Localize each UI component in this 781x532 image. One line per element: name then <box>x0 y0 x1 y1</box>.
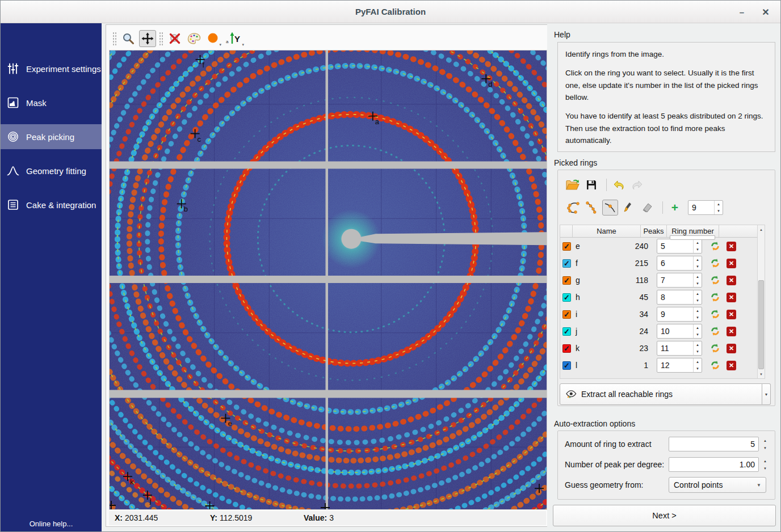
ring-number-spinbox[interactable]: 9▲▼ <box>657 307 702 322</box>
ring-number-spinbox[interactable]: 11▲▼ <box>657 341 702 356</box>
ring-refresh-icon[interactable] <box>710 241 720 251</box>
add-icon[interactable]: + <box>667 200 683 216</box>
spin-value: 10 <box>657 327 693 336</box>
online-help-link[interactable]: Online help... <box>1 520 102 528</box>
ring-visible-checkbox[interactable]: ✓ <box>562 242 571 251</box>
ring-refresh-icon[interactable] <box>710 343 720 353</box>
spin-down-icon[interactable]: ▼ <box>694 331 702 338</box>
new-ring-number-spinbox[interactable]: 9 ▲ ▼ <box>688 200 723 215</box>
ring-visible-checkbox[interactable]: ✓ <box>562 276 571 285</box>
column-header-name[interactable]: Name <box>573 225 641 237</box>
clear-zoom-icon[interactable] <box>166 30 183 47</box>
pan-icon[interactable] <box>139 30 156 47</box>
table-scrollbar[interactable]: ▲ ▼ <box>757 225 765 378</box>
spin-down-icon[interactable]: ▼ <box>694 280 702 287</box>
undo-icon[interactable] <box>611 177 627 193</box>
redo-icon[interactable] <box>629 177 645 193</box>
ring-number-spinbox[interactable]: 8▲▼ <box>657 290 702 305</box>
spin-down-icon[interactable]: ▼ <box>694 365 702 372</box>
diffraction-image-canvas[interactable]: abcdefhjk <box>109 50 547 510</box>
ring-refresh-icon[interactable] <box>710 309 720 319</box>
pick-arc-icon[interactable] <box>583 200 599 216</box>
spin-up-icon[interactable]: ▲ <box>694 324 702 331</box>
svg-text:f: f <box>203 61 205 69</box>
spin-down-icon[interactable]: ▼ <box>715 208 723 214</box>
spin-up-icon[interactable]: ▲ <box>694 273 702 280</box>
ring-number-spinbox[interactable]: 10▲▼ <box>657 324 702 339</box>
ring-delete-icon[interactable]: ✕ <box>727 310 736 319</box>
ring-visible-checkbox[interactable]: ✓ <box>562 259 571 268</box>
ring-visible-checkbox[interactable]: ✓ <box>562 361 571 370</box>
ring-number-spinbox[interactable]: 7▲▼ <box>657 273 702 288</box>
open-icon[interactable] <box>565 177 581 193</box>
minimize-button[interactable]: – <box>734 4 750 20</box>
save-icon[interactable] <box>583 177 599 193</box>
ring-visible-checkbox[interactable]: ✓ <box>562 293 571 302</box>
close-button[interactable]: ✕ <box>758 4 774 20</box>
ring-visible-checkbox[interactable]: ✓ <box>562 344 571 353</box>
ring-delete-icon[interactable]: ✕ <box>727 361 736 370</box>
sidebar-item-cake-integration[interactable]: Cake & integration <box>1 192 102 217</box>
y-axis-orientation-icon[interactable]: a Y ▾ <box>224 30 245 47</box>
ring-delete-icon[interactable]: ✕ <box>727 242 736 251</box>
spin-down-icon[interactable]: ▼ <box>694 297 702 304</box>
pick-ring-icon[interactable] <box>565 200 581 216</box>
sidebar-item-experiment-settings[interactable]: Experiment settings <box>1 56 102 81</box>
column-header-peaks[interactable]: Peaks <box>641 225 667 237</box>
spin-up-icon[interactable]: ▲ <box>694 341 702 348</box>
spin-up-icon[interactable]: ▲ <box>694 307 702 314</box>
ring-delete-icon[interactable]: ✕ <box>727 327 736 336</box>
spin-down-icon[interactable]: ▼ <box>694 246 702 253</box>
column-header-visibility[interactable] <box>560 225 573 237</box>
spin-up-icon[interactable]: ▲ <box>694 358 702 365</box>
ring-visible-checkbox[interactable]: ✓ <box>562 310 571 319</box>
spin-up-icon[interactable]: ▲ <box>761 457 769 465</box>
next-button[interactable]: Next > <box>553 505 776 526</box>
toolbar-grip[interactable] <box>112 32 117 45</box>
spin-up-icon[interactable]: ▲ <box>694 290 702 297</box>
status-y-label: Y: <box>210 513 217 522</box>
palette-icon[interactable] <box>186 30 203 47</box>
ring-refresh-icon[interactable] <box>710 326 720 336</box>
sidebar-item-geometry-fitting[interactable]: Geometry fitting <box>1 158 102 183</box>
scroll-up-icon[interactable]: ▲ <box>758 225 765 234</box>
spin-up-icon[interactable]: ▲ <box>694 256 702 263</box>
peaks-per-degree-spinbox[interactable]: 1.00 <box>669 457 759 472</box>
guess-geometry-combobox[interactable]: Control points ▼ <box>669 477 766 493</box>
rings-file-toolbar <box>565 177 648 193</box>
marker-color-icon[interactable]: ▾ <box>205 30 222 47</box>
scroll-down-icon[interactable]: ▼ <box>758 370 765 378</box>
spin-down-icon[interactable]: ▼ <box>761 444 769 451</box>
ring-delete-icon[interactable]: ✕ <box>727 344 736 353</box>
ring-number-spinbox[interactable]: 5▲▼ <box>657 239 702 254</box>
eraser-icon[interactable] <box>640 200 656 216</box>
ring-refresh-icon[interactable] <box>710 275 720 285</box>
zoom-icon[interactable] <box>120 30 137 47</box>
scrollbar-thumb[interactable] <box>758 280 764 369</box>
ring-number-spinbox[interactable]: 12▲▼ <box>657 358 702 373</box>
extract-rings-button[interactable]: Extract all reachable rings <box>560 383 762 405</box>
spin-up-icon[interactable]: ▲ <box>715 201 723 208</box>
brush-icon[interactable] <box>621 200 637 216</box>
ring-refresh-icon[interactable] <box>710 292 720 302</box>
sidebar-item-mask[interactable]: Mask <box>1 90 102 115</box>
ring-delete-icon[interactable]: ✕ <box>727 293 736 302</box>
spin-down-icon[interactable]: ▼ <box>694 263 702 270</box>
spin-down-icon[interactable]: ▼ <box>694 348 702 355</box>
amount-of-rings-spinbox[interactable]: 5 <box>669 437 759 451</box>
spin-down-icon[interactable]: ▼ <box>761 465 769 472</box>
ring-refresh-icon[interactable] <box>710 360 720 370</box>
pick-peak-icon[interactable] <box>602 200 618 216</box>
ring-delete-icon[interactable]: ✕ <box>727 276 736 285</box>
ring-visible-checkbox[interactable]: ✓ <box>562 327 571 336</box>
ring-refresh-icon[interactable] <box>710 258 720 268</box>
spin-down-icon[interactable]: ▼ <box>694 314 702 321</box>
toolbar-grip[interactable] <box>159 32 163 45</box>
ring-delete-icon[interactable]: ✕ <box>727 259 736 268</box>
spin-up-icon[interactable]: ▲ <box>761 437 769 444</box>
spin-up-icon[interactable]: ▲ <box>694 239 702 246</box>
extract-rings-dropdown[interactable]: ▾ <box>762 383 771 405</box>
sidebar-item-peak-picking[interactable]: Peak picking <box>1 124 102 149</box>
ring-number-spinbox[interactable]: 6▲▼ <box>657 256 702 271</box>
dropdown-caret-icon: ▾ <box>242 43 244 47</box>
